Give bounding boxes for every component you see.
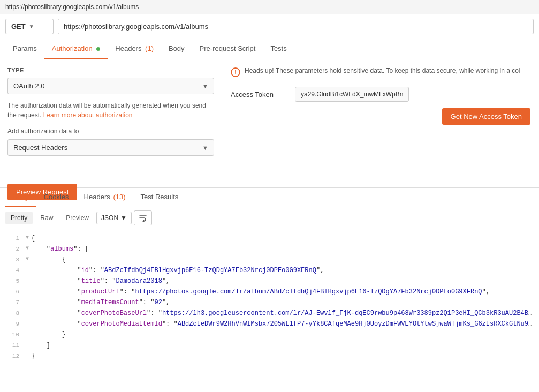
json-line: 6 "productUrl": "https://photos.google.c… xyxy=(0,287,539,298)
line-collapse-arrow xyxy=(26,319,29,328)
tab-headers[interactable]: Headers (1) xyxy=(108,39,161,59)
auth-active-dot xyxy=(96,47,100,51)
access-token-value: ya29.GludBi1cWLdX_mwMLxWpBn xyxy=(295,87,409,102)
method-select[interactable]: GET ▼ xyxy=(5,19,54,34)
format-value: JSON xyxy=(101,214,118,222)
get-new-access-token-button[interactable]: Get New Access Token xyxy=(442,108,530,125)
line-content: } xyxy=(31,351,536,359)
warning-banner: ! Heads up! These parameters hold sensit… xyxy=(231,67,530,77)
line-number: 10 xyxy=(3,330,19,340)
tab-tests[interactable]: Tests xyxy=(263,39,294,59)
access-token-row: Access Token ya29.GludBi1cWLdX_mwMLxWpBn xyxy=(231,87,530,102)
line-content: "id": "ABdZcIfdbQj4FBlHgxvjp6E16-TzQDgYA… xyxy=(31,266,536,276)
auth-right-panel: ! Heads up! These parameters hold sensit… xyxy=(222,59,539,187)
line-collapse-arrow xyxy=(26,341,29,349)
learn-more-link[interactable]: Learn more about authorization xyxy=(43,111,133,119)
line-collapse-arrow xyxy=(26,287,29,296)
response-tab-body[interactable]: Body xyxy=(5,188,36,207)
line-collapse-arrow xyxy=(26,266,29,274)
url-input[interactable] xyxy=(58,19,534,34)
json-line: 7 "mediaItemsCount": "92", xyxy=(0,298,539,308)
warning-icon: ! xyxy=(231,67,240,77)
format-select[interactable]: JSON ▼ xyxy=(96,212,132,224)
line-content: { xyxy=(31,233,536,244)
raw-button[interactable]: Raw xyxy=(35,212,58,224)
line-number: 2 xyxy=(3,244,19,254)
line-content: "productUrl": "https://photos.google.com… xyxy=(31,287,536,297)
json-line: 9 "coverPhotoMediaItemId": "ABdZcIeDWr9W… xyxy=(0,319,539,330)
add-auth-label: Add authorization data to xyxy=(7,127,214,135)
json-line: 4 "id": "ABdZcIfdbQj4FBlHgxvjp6E16-TzQDg… xyxy=(0,266,539,276)
line-collapse-arrow xyxy=(26,298,29,306)
line-content: "coverPhotoMediaItemId": "ABdZcIeDWr9W2H… xyxy=(31,319,536,329)
line-content: "albums": [ xyxy=(31,244,536,254)
line-number: 9 xyxy=(3,319,19,329)
line-collapse-arrow xyxy=(26,330,29,338)
json-line: 11 ] xyxy=(0,341,539,351)
json-line: 8 "coverPhotoBaseUrl": "https://lh3.goog… xyxy=(0,308,539,319)
method-chevron-icon: ▼ xyxy=(29,24,34,29)
preview-button[interactable]: Preview xyxy=(60,212,94,224)
pretty-button[interactable]: Pretty xyxy=(5,212,33,224)
json-line: 3▼ { xyxy=(0,255,539,266)
response-tab-headers[interactable]: Headers (13) xyxy=(77,188,133,207)
tab-params[interactable]: Params xyxy=(5,39,44,59)
line-content: { xyxy=(31,255,536,265)
line-number: 1 xyxy=(3,233,19,244)
line-collapse-arrow xyxy=(26,351,29,359)
type-label: TYPE xyxy=(7,67,214,73)
line-number: 4 xyxy=(3,266,19,276)
tab-body[interactable]: Body xyxy=(161,39,192,59)
json-line: 12 } xyxy=(0,351,539,359)
response-tab-cookies[interactable]: Cookies xyxy=(36,188,77,207)
json-response-area: 1▼{2▼ "albums": [3▼ {4 "id": "ABdZcIfdbQ… xyxy=(0,229,539,359)
line-number: 5 xyxy=(3,276,19,287)
response-format-bar: Pretty Raw Preview JSON ▼ xyxy=(0,207,539,229)
line-number: 6 xyxy=(3,287,19,297)
wrap-lines-icon[interactable] xyxy=(134,210,152,225)
warning-text: Heads up! These parameters hold sensitiv… xyxy=(245,67,520,74)
line-collapse-arrow[interactable]: ▼ xyxy=(26,255,29,263)
line-number: 3 xyxy=(3,255,19,265)
headers-badge: (1) xyxy=(145,44,154,52)
line-collapse-arrow xyxy=(26,276,29,285)
add-auth-dropdown[interactable]: Request Headers ▼ xyxy=(7,139,214,156)
line-content: "coverPhotoBaseUrl": "https://lh3.google… xyxy=(31,308,536,319)
window-url-bar: https://photoslibrary.googleapis.com/v1/… xyxy=(0,0,539,14)
tab-authorization[interactable]: Authorization xyxy=(44,39,108,59)
tab-pre-request[interactable]: Pre-request Script xyxy=(192,39,263,59)
line-number: 7 xyxy=(3,298,19,308)
auth-type-value: OAuth 2.0 xyxy=(13,82,45,90)
json-line: 10 } xyxy=(0,330,539,341)
headers-count-badge: (13) xyxy=(113,193,125,201)
format-chevron-icon: ▼ xyxy=(120,214,127,222)
line-collapse-arrow xyxy=(26,308,29,317)
json-line: 5 "title": "Damodara2018", xyxy=(0,276,539,287)
auth-description: The authorization data will be automatic… xyxy=(7,101,214,120)
request-bar: GET ▼ xyxy=(0,14,539,39)
response-tab-test-results[interactable]: Test Results xyxy=(133,188,186,207)
json-line: 2▼ "albums": [ xyxy=(0,244,539,255)
line-content: } xyxy=(31,330,536,340)
auth-section: TYPE OAuth 2.0 ▼ The authorization data … xyxy=(0,59,539,188)
line-number: 11 xyxy=(3,341,19,351)
add-auth-value: Request Headers xyxy=(13,144,67,152)
json-line: 1▼{ xyxy=(0,233,539,244)
line-collapse-arrow[interactable]: ▼ xyxy=(26,244,29,253)
line-content: "mediaItemsCount": "92", xyxy=(31,298,536,308)
response-tabs: Body Cookies Headers (13) Test Results xyxy=(0,188,539,207)
line-collapse-arrow[interactable]: ▼ xyxy=(26,233,29,242)
window-url: https://photoslibrary.googleapis.com/v1/… xyxy=(5,3,139,11)
add-auth-chevron-icon: ▼ xyxy=(202,145,208,151)
request-tabs: Params Authorization Headers (1) Body Pr… xyxy=(0,39,539,59)
auth-type-chevron-icon: ▼ xyxy=(202,83,208,89)
access-token-label: Access Token xyxy=(231,91,290,99)
auth-type-dropdown[interactable]: OAuth 2.0 ▼ xyxy=(7,78,214,94)
auth-left-panel: TYPE OAuth 2.0 ▼ The authorization data … xyxy=(0,59,222,187)
line-content: ] xyxy=(31,341,536,351)
line-content: "title": "Damodara2018", xyxy=(31,276,536,287)
method-value: GET xyxy=(11,22,26,31)
line-number: 8 xyxy=(3,308,19,319)
line-number: 12 xyxy=(3,351,19,359)
